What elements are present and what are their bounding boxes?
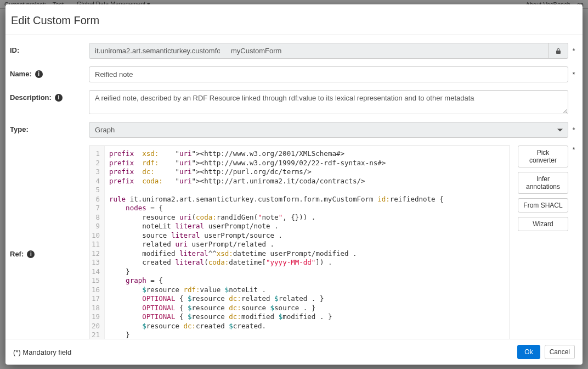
- id-local-input[interactable]: [225, 43, 548, 58]
- modal-body: ID: * Name: i *: [5, 35, 583, 339]
- id-lock-button[interactable]: [548, 43, 568, 58]
- code-editor[interactable]: 1 2 3 4 5 6 7 8 9 10 11 12 13 14 15 16 1…: [89, 146, 510, 339]
- modal-header: Edit Custom Form: [5, 4, 583, 35]
- lock-icon: [555, 47, 562, 55]
- cancel-button[interactable]: Cancel: [545, 345, 575, 359]
- infer-annotations-button[interactable]: Infer annotations: [518, 172, 568, 194]
- ok-button[interactable]: Ok: [517, 345, 540, 359]
- modal-title: Edit Custom Form: [11, 14, 574, 27]
- modal-footer: (*) Mandatory field Ok Cancel: [5, 339, 583, 365]
- editor-code[interactable]: prefix xsd: "uri"><http://www.w3.org/200…: [105, 146, 510, 339]
- info-icon[interactable]: i: [55, 94, 63, 102]
- row-ref: Ref: i 1 2 3 4 5 6 7 8 9 10 11 12 13 14 …: [10, 146, 576, 339]
- id-prefix-input[interactable]: [89, 43, 225, 58]
- row-type: Type: Graph *: [10, 122, 576, 138]
- type-select[interactable]: Graph: [89, 122, 568, 138]
- mandatory-mark: *: [572, 70, 576, 79]
- label-type: Type:: [10, 122, 84, 133]
- mandatory-mark: *: [572, 47, 576, 55]
- name-input[interactable]: [89, 66, 568, 82]
- editor-side-buttons: Pick converter Infer annotations From SH…: [518, 146, 568, 231]
- info-icon[interactable]: i: [35, 70, 43, 78]
- info-icon[interactable]: i: [27, 250, 35, 258]
- pick-converter-button[interactable]: Pick converter: [518, 146, 568, 167]
- id-input-group: [89, 43, 568, 59]
- mandatory-mark: *: [572, 146, 576, 154]
- from-shacl-button[interactable]: From SHACL: [518, 198, 568, 213]
- editor-gutter: 1 2 3 4 5 6 7 8 9 10 11 12 13 14 15 16 1…: [89, 146, 105, 339]
- label-ref: Ref:: [10, 250, 24, 258]
- mandatory-note: (*) Mandatory field: [13, 348, 71, 356]
- mandatory-mark: [572, 98, 576, 107]
- label-description: Description:: [10, 93, 52, 102]
- wizard-button[interactable]: Wizard: [518, 217, 568, 231]
- row-description: Description: i: [10, 90, 576, 114]
- edit-custom-form-modal: Edit Custom Form ID: * Name: i: [5, 4, 583, 365]
- description-textarea[interactable]: [89, 90, 568, 114]
- mandatory-mark: *: [572, 126, 576, 134]
- row-name: Name: i *: [10, 66, 576, 82]
- label-id: ID:: [10, 43, 84, 54]
- label-name: Name:: [10, 70, 32, 78]
- row-id: ID: *: [10, 43, 576, 59]
